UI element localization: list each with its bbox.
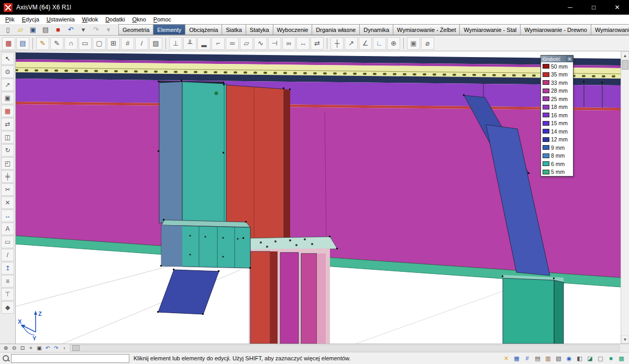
scroll-left-icon[interactable]: ‹	[60, 345, 69, 352]
vertical-scrollbar[interactable]: ▲ ▼	[621, 51, 629, 344]
zoom-out-icon[interactable]: ⊖	[10, 345, 18, 352]
rotate-icon[interactable]: ↻	[1, 144, 14, 157]
structural-grid-icon[interactable]: #	[523, 354, 532, 363]
horizontal-scroll-track[interactable]	[70, 345, 620, 351]
redo-menu-icon[interactable]: ▾	[103, 25, 114, 35]
delete-node-icon[interactable]: ✕	[1, 196, 14, 209]
scroll-down-icon[interactable]: ▼	[621, 335, 629, 344]
spring-icon[interactable]: ∿	[254, 37, 267, 50]
tab-siatka[interactable]: Siatka	[222, 24, 246, 35]
table-browser-icon[interactable]: ▤	[533, 354, 542, 363]
line-support-icon[interactable]: ╨	[183, 37, 196, 50]
pan-icon[interactable]: +	[27, 345, 35, 352]
tab-elementy[interactable]: Elementy	[153, 24, 185, 35]
vertical-scroll-thumb[interactable]	[622, 60, 628, 70]
nodal-support-icon[interactable]: ⊥	[169, 37, 182, 50]
legend-close-icon[interactable]: ×	[567, 56, 572, 62]
mesh-icon[interactable]: #	[121, 37, 134, 50]
tab-wymiarowanie-żelbet[interactable]: Wymiarowanie - Żelbet	[393, 24, 460, 35]
surface-elements-icon[interactable]: ▨	[149, 37, 162, 50]
gusset-plate-magenta[interactable]	[280, 252, 299, 344]
trim-icon[interactable]: ✂	[1, 183, 14, 196]
views-icon[interactable]: ◉	[565, 354, 573, 363]
local-axes-icon[interactable]: ∟	[373, 37, 386, 50]
section-segment-icon[interactable]: /	[1, 249, 14, 261]
tab-wymiarowanie-stal[interactable]: Wymiarowanie - Stal	[460, 24, 521, 35]
display-options-icon[interactable]: ▦	[1, 105, 14, 117]
menu-widok[interactable]: Widok	[79, 15, 102, 24]
zoom-fit-icon[interactable]: ▣	[35, 345, 43, 352]
zoom-in-icon[interactable]: ⊕	[2, 345, 10, 352]
menu-plik[interactable]: Plik	[2, 15, 18, 24]
workplanes-icon[interactable]: ▦	[512, 354, 521, 363]
undo-icon[interactable]: ↶	[65, 25, 76, 35]
quick-search-input[interactable]	[11, 354, 129, 363]
vertical-scroll-track[interactable]	[621, 70, 629, 335]
gallery-icon[interactable]: ▣	[407, 37, 420, 50]
scroll-up-icon[interactable]: ▲	[621, 51, 629, 60]
line-elements-icon[interactable]: /	[135, 37, 148, 50]
undo-menu-icon[interactable]: ▾	[78, 25, 89, 35]
menu-okno[interactable]: Okno	[128, 15, 149, 24]
drawings-icon[interactable]: ▧	[554, 354, 563, 363]
scale-icon[interactable]: ◰	[1, 157, 14, 170]
domain-icon[interactable]: ▭	[79, 37, 92, 50]
mirror-icon[interactable]: ◫	[1, 131, 14, 144]
gap-element-icon[interactable]: ⊣	[268, 37, 281, 50]
maximize-button[interactable]: □	[582, 0, 605, 15]
texture-icon[interactable]: ▩	[617, 354, 626, 363]
link-elements-icon[interactable]: ∞	[282, 37, 295, 50]
cross-section-table-icon[interactable]: ▤	[16, 37, 29, 50]
menu-edycja[interactable]: Edycja	[18, 15, 43, 24]
paste-icon[interactable]: ▣	[1, 92, 14, 104]
translate-icon[interactable]: ⇄	[1, 118, 14, 130]
references-icon[interactable]: ↗	[345, 37, 358, 50]
perspective-icon[interactable]: ◪	[586, 354, 594, 363]
move-node-icon[interactable]: ↗	[1, 79, 14, 91]
horizontal-scroll-thumb[interactable]	[72, 345, 80, 351]
tab-wyboczenie[interactable]: Wyboczenie	[273, 24, 313, 35]
menu-ustawienia[interactable]: Ustawienia	[43, 15, 79, 24]
tab-drgania-własne[interactable]: Drgania własne	[312, 24, 360, 35]
model-viewport[interactable]	[16, 51, 621, 344]
column-front-face[interactable]	[182, 82, 226, 223]
tab-wymiarowanie-mur[interactable]: Wymiarowanie - Mur	[591, 24, 629, 35]
line-to-line-link-icon[interactable]: ⇄	[311, 37, 324, 50]
stairs-icon[interactable]: ≡	[1, 275, 14, 288]
minimize-button[interactable]: ─	[558, 0, 582, 15]
draw-details-icon[interactable]: ✎	[50, 37, 63, 50]
layers-icon[interactable]: ▥	[544, 354, 553, 363]
detail-icon[interactable]: ▭	[1, 236, 14, 248]
corner-column-side[interactable]	[554, 280, 564, 344]
thickness-legend-panel[interactable]: Grubość × 50 mm35 mm33 mm28 mm25 mm18 mm…	[540, 55, 573, 177]
extrude-icon[interactable]: ↥	[1, 262, 14, 274]
text-box-icon[interactable]: A	[1, 223, 14, 235]
menu-dodatki[interactable]: Dodatki	[102, 15, 128, 24]
selection-arrow-icon[interactable]: ↖	[1, 52, 14, 65]
red-column-side[interactable]	[284, 89, 290, 252]
gusset-plate-red[interactable]	[250, 251, 270, 344]
diaphragm-icon[interactable]: ▱	[240, 37, 253, 50]
gusset-plate-pink[interactable]	[301, 253, 317, 344]
print-icon[interactable]: ▤	[40, 25, 51, 35]
tab-obciążenia[interactable]: Obciążenia	[185, 24, 222, 35]
gusset-plate-dark[interactable]	[270, 251, 278, 344]
surface-support-icon[interactable]: ▂	[197, 37, 211, 50]
domain-operation-icon[interactable]: ⊞	[107, 37, 120, 50]
open-model-icon[interactable]: ▱	[15, 25, 26, 35]
zoom-icon[interactable]: ⊙	[1, 65, 14, 78]
tables-icon[interactable]: ⊕	[387, 37, 400, 50]
drop-icon[interactable]: ◆	[1, 301, 14, 314]
arc-tool-icon[interactable]: ∩	[64, 37, 78, 50]
hammer-icon[interactable]: ⊤	[1, 288, 14, 301]
pdf-export-icon[interactable]: ■	[52, 25, 64, 35]
undo-view-icon[interactable]: ↶	[43, 345, 52, 352]
zoom-window-icon[interactable]: ⊡	[18, 345, 27, 352]
render-icon[interactable]: ■	[606, 354, 615, 363]
tab-geometria[interactable]: Geometria	[118, 24, 153, 35]
divide-icon[interactable]: ╪	[1, 170, 14, 183]
save-model-icon[interactable]: ▣	[27, 25, 39, 35]
draw-objects-directly-icon[interactable]: ✎	[36, 37, 49, 50]
material-table-icon[interactable]: ▦	[2, 37, 15, 50]
tab-wymiarowanie-drewno[interactable]: Wymiarowanie - Drewno	[521, 24, 591, 35]
